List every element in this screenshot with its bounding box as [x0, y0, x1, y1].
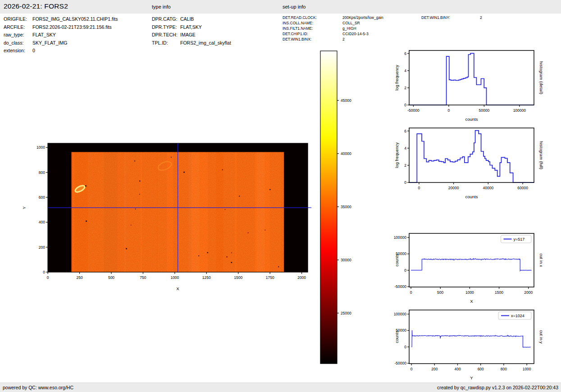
main_image-y-tick-label: 800 — [39, 170, 45, 175]
charts-canvas: 0250500750100012501500175020000200400600… — [0, 0, 561, 392]
main_image-x-tick-label: 0 — [47, 275, 49, 280]
cut_y-y-axis-label: counts — [394, 330, 399, 343]
main_image-x-tick-label: 750 — [140, 275, 146, 280]
cut_x-x-tick-label: 2000 — [524, 290, 533, 295]
main_image-y-tick-label: 1000 — [36, 145, 45, 150]
hist_full-y-tick-label: 4 — [404, 146, 406, 150]
hist_full-plot: 02000040000600000246countslog frequencyh… — [394, 128, 544, 199]
cut_y-x-tick-label: 800 — [501, 367, 507, 371]
main_image-x-tick-label: 2000 — [297, 275, 306, 280]
colorbar-tick-label: 40000 — [341, 151, 351, 156]
main_image-y-axis-label: Y — [22, 206, 27, 209]
footer-bar: powered by QC: www.eso.org/HC created by… — [0, 383, 561, 392]
hist_detail-y-tick-label: 6 — [404, 51, 406, 56]
cut_x-x-tick-label: 0 — [410, 290, 412, 295]
cut_y-x-tick-label: 200 — [431, 367, 438, 371]
main_image-x-tick-label: 1750 — [266, 275, 274, 280]
hist_full-x-tick-label: 20000 — [448, 186, 459, 190]
cut_y-x-tick-label: 0 — [410, 367, 413, 371]
colorbar: 2500030000350004000045000 — [320, 51, 351, 364]
hist_full-y-tick-label: 6 — [404, 129, 406, 133]
hist_detail-x-axis-label: counts — [465, 117, 478, 122]
hist_full-x-tick-label: 0 — [418, 186, 420, 190]
cut_x-x-tick-label: 1500 — [495, 290, 503, 295]
cut_y-x-tick-label: 1000 — [523, 367, 531, 371]
cut_x-y-axis-label: counts — [394, 254, 399, 266]
main_image-x-tick-label: 500 — [108, 275, 114, 280]
cut_x-plot: 0500100015002000-50000050000100000Xcount… — [394, 233, 544, 304]
hist_detail-x-tick-label: 0 — [448, 108, 450, 113]
cut_y-y-tick-label: 0 — [404, 345, 406, 349]
footer-right-text: created by qc_rawdisp.py v1.2.3 on 2026-… — [437, 385, 558, 390]
colorbar-gradient — [320, 51, 337, 364]
cut_y-y-tick-label: 100000 — [394, 312, 407, 316]
hist_full-y-tick-label: 0 — [404, 180, 406, 185]
colorbar-tick-label: 35000 — [341, 205, 351, 209]
hist_detail-y-axis-label: log frequency — [394, 65, 399, 91]
flat-field-texture — [72, 152, 292, 272]
hist_detail-x-tick-label: -50000 — [407, 108, 420, 113]
hist_full-x-tick-label: 40000 — [483, 186, 494, 190]
main_image-x-tick-label: 250 — [76, 275, 82, 280]
main_image-x-tick-label: 1500 — [234, 275, 242, 280]
footer-left-text: powered by QC: www.eso.org/HC — [3, 385, 73, 390]
hist_full-x-axis-label: counts — [465, 194, 478, 199]
main_image-x-axis-label: X — [176, 286, 179, 291]
cut_y-x-tick-label: 400 — [454, 367, 461, 371]
colorbar-tick-label: 25000 — [341, 311, 351, 315]
cut_y-x-tick-label: 600 — [478, 367, 484, 371]
cut_x-x-axis-label: X — [470, 299, 473, 304]
cut_y-x-axis-label: Y — [470, 375, 473, 380]
main-image-plot: 0250500750100012501500175020000200400600… — [22, 143, 311, 291]
cut_y-y-tick-label: -50000 — [395, 361, 407, 365]
main_image-y-tick-label: 0 — [43, 270, 45, 274]
cut_y-right-label: cut in y — [539, 330, 544, 343]
hist_full-y-tick-label: 2 — [404, 163, 406, 168]
hist_detail-y-tick-label: 4 — [404, 68, 406, 73]
cut_y-legend-label: x=1024 — [511, 314, 525, 318]
cut_y-legend: x=1024 — [498, 312, 531, 319]
hist_detail-right-label: histogram (detail) — [539, 61, 544, 94]
cut_x-right-label: cut in x — [539, 253, 544, 267]
hist_full-axes-frame — [409, 128, 534, 182]
main_image-y-tick-label: 400 — [39, 220, 45, 224]
colorbar-tick-label: 45000 — [341, 98, 351, 103]
hist_full-y-axis-label: log frequency — [394, 142, 399, 168]
cut_x-x-tick-label: 500 — [437, 290, 443, 295]
hist_detail-x-tick-label: 100000 — [513, 108, 526, 113]
main_image-y-tick-label: 200 — [39, 245, 45, 250]
hist_detail-x-tick-label: 50000 — [479, 108, 490, 113]
cut_x-y-tick-label: 100000 — [394, 235, 407, 240]
hist_detail-plot: -500000500001000000246countslog frequenc… — [394, 50, 544, 122]
cut_x-legend: y=517 — [501, 235, 532, 243]
hist_detail-axes-frame — [409, 50, 534, 105]
main_image-x-tick-label: 1250 — [202, 275, 211, 280]
cut_x-y-tick-label: 0 — [404, 268, 406, 273]
cut_y-plot: 02004006008001000-50000050000100000Ycoun… — [394, 310, 544, 380]
colorbar-tick-label: 30000 — [341, 258, 351, 262]
cut_x-legend-label: y=517 — [514, 237, 525, 242]
hist_detail-y-tick-label: 2 — [404, 86, 406, 90]
hist_full-right-label: histogram (full) — [539, 141, 544, 169]
cut_x-x-tick-label: 1000 — [465, 290, 474, 295]
cut_x-y-tick-label: -50000 — [395, 284, 407, 289]
main_image-y-tick-label: 600 — [39, 195, 45, 200]
hist_full-x-tick-label: 60000 — [517, 186, 528, 190]
hist_detail-y-tick-label: 0 — [404, 103, 406, 107]
main_image-x-tick-label: 1000 — [170, 275, 179, 280]
